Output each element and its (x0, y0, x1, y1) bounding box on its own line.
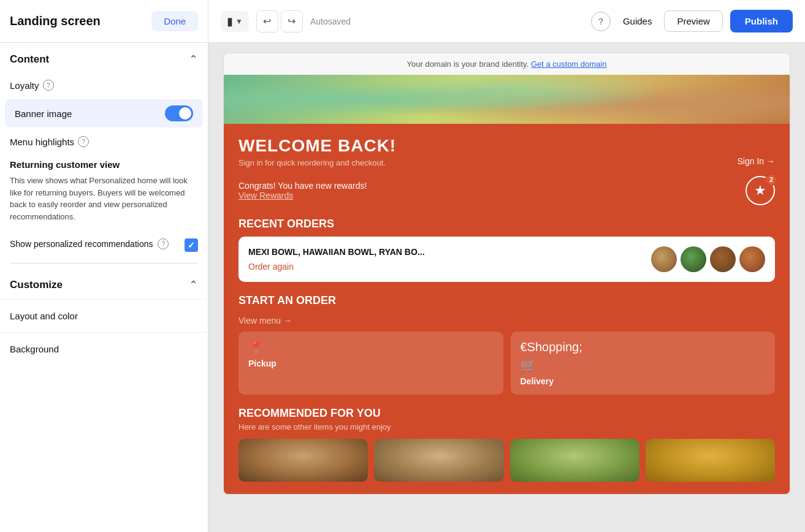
content-section-header[interactable]: Content ⌃ (0, 43, 208, 74)
sign-in-link[interactable]: Sign In → (738, 156, 775, 166)
loyalty-help-icon[interactable]: ? (43, 80, 54, 91)
rewards-badge: ★ 2 (746, 176, 775, 205)
food-image-1 (651, 246, 677, 272)
order-again-link[interactable]: Order again (248, 262, 425, 272)
preview-button[interactable]: Preview (664, 10, 722, 32)
banner-image-label: Banner image (15, 108, 72, 119)
rec-item-3 (510, 439, 639, 482)
order-options: 📍 Pickup €Shopping; 🛒 Delivery (238, 332, 775, 395)
menu-highlights-help-icon[interactable]: ? (78, 136, 89, 147)
rewards-badge-count: 2 (765, 173, 777, 186)
left-panel: Landing screen Done Content ⌃ Loyalty ? … (0, 0, 208, 532)
delivery-label: Delivery (521, 376, 766, 386)
content-section-title: Content (10, 53, 49, 66)
delivery-option[interactable]: €Shopping; 🛒 Delivery (511, 332, 776, 395)
rec-item-image-3 (510, 439, 639, 482)
domain-banner: Your domain is your brand identity. Get … (223, 53, 790, 75)
food-image-2 (681, 246, 706, 272)
top-bar: ▮ ▼ ↩ ↪ Autosaved ? Guides Preview Publi… (208, 0, 805, 43)
menu-highlights-label: Menu highlights ? (10, 136, 89, 147)
recommended-section: RECOMMENDED FOR YOU Here are some other … (238, 407, 775, 482)
pickup-label: Pickup (248, 359, 494, 368)
loyalty-item: Loyalty ? (0, 74, 208, 97)
undo-redo-group: ↩ ↪ (256, 10, 303, 32)
domain-banner-text: Your domain is your brand identity. (407, 59, 529, 69)
banner-image-preview (224, 75, 790, 124)
order-card: MEXI BOWL, HAWAIIAN BOWL, RYAN BO... Ord… (238, 237, 775, 282)
delivery-icon: €Shopping; (521, 340, 766, 354)
autosaved-status: Autosaved (310, 17, 584, 26)
background-item[interactable]: Background (0, 332, 208, 365)
done-button[interactable]: Done (151, 11, 198, 31)
loyalty-label: Loyalty ? (10, 80, 54, 91)
show-personalized-row: Show personalized recommendations ? (0, 232, 208, 258)
main-area: ▮ ▼ ↩ ↪ Autosaved ? Guides Preview Publi… (208, 0, 805, 532)
monitor-icon: ▮ (227, 15, 233, 28)
food-image-4 (739, 246, 765, 272)
welcome-title: WELCOME BACK! (238, 136, 775, 156)
returning-customer-section: Returning customer view This view shows … (0, 153, 208, 232)
view-menu-row: View menu → (238, 313, 775, 325)
rec-item-image-2 (374, 439, 503, 482)
view-menu-link[interactable]: View menu → (238, 316, 292, 325)
app-preview: WELCOME BACK! Sign in for quick reorderi… (223, 75, 790, 495)
rec-item-image-4 (646, 439, 775, 482)
recommended-items (238, 439, 775, 482)
personalized-help-icon[interactable]: ? (158, 238, 169, 249)
rec-item-2 (374, 439, 503, 482)
help-button[interactable]: ? (591, 12, 611, 31)
show-personalized-label: Show personalized recommendations ? (10, 238, 169, 251)
pickup-icon: 📍 (248, 340, 494, 355)
recommended-sub: Here are some other items you might enjo… (238, 422, 775, 431)
customize-section-title: Customize (10, 279, 63, 291)
device-dropdown-arrow-icon: ▼ (235, 17, 243, 26)
recommended-title: RECOMMENDED FOR YOU (238, 407, 775, 420)
banner-image-item: Banner image (5, 99, 203, 127)
returning-customer-title: Returning customer view (10, 159, 198, 170)
order-name: MEXI BOWL, HAWAIIAN BOWL, RYAN BO... (248, 247, 425, 257)
recent-orders-title: RECENT ORDERS (238, 218, 775, 230)
rewards-row: Congrats! You have new rewards! View Rew… (238, 176, 775, 205)
welcome-section: WELCOME BACK! Sign in for quick reorderi… (224, 124, 790, 175)
layout-and-color-item[interactable]: Layout and color (0, 299, 208, 332)
customize-section-header[interactable]: Customize ⌃ (0, 268, 208, 299)
show-personalized-checkbox[interactable] (185, 238, 198, 252)
rec-item-4 (646, 439, 775, 482)
device-selector[interactable]: ▮ ▼ (221, 11, 249, 32)
divider (10, 263, 198, 264)
publish-button[interactable]: Publish (730, 10, 793, 32)
order-images (651, 246, 765, 272)
returning-customer-desc: This view shows what Personalized home w… (10, 175, 198, 222)
rec-item-image-1 (238, 439, 368, 482)
undo-button[interactable]: ↩ (256, 10, 278, 32)
pickup-option[interactable]: 📍 Pickup (238, 332, 503, 395)
menu-highlights-item: Menu highlights ? (0, 130, 208, 153)
food-image-3 (710, 246, 736, 272)
chevron-up-icon: ⌃ (189, 53, 198, 66)
redo-button[interactable]: ↪ (281, 10, 303, 32)
order-card-left: MEXI BOWL, HAWAIIAN BOWL, RYAN BO... Ord… (248, 247, 425, 272)
preview-area: Your domain is your brand identity. Get … (208, 43, 805, 532)
view-rewards-link[interactable]: View Rewards (238, 191, 367, 200)
customize-section: Customize ⌃ Layout and color Background (0, 268, 208, 365)
rec-item-1 (238, 439, 368, 482)
bag-icon: 🛒 (521, 358, 766, 373)
congrats-text: Congrats! You have new rewards! (238, 181, 367, 191)
get-custom-domain-link[interactable]: Get a custom domain (531, 59, 607, 69)
guides-button[interactable]: Guides (618, 12, 657, 30)
start-order-title: START AN ORDER (238, 294, 775, 307)
banner-image-toggle[interactable] (165, 105, 193, 121)
page-title: Landing screen (10, 14, 101, 28)
banner-image-content (224, 75, 790, 124)
customize-chevron-up-icon: ⌃ (189, 278, 198, 292)
left-panel-header: Landing screen Done (0, 0, 208, 43)
rewards-text: Congrats! You have new rewards! View Rew… (238, 181, 367, 200)
